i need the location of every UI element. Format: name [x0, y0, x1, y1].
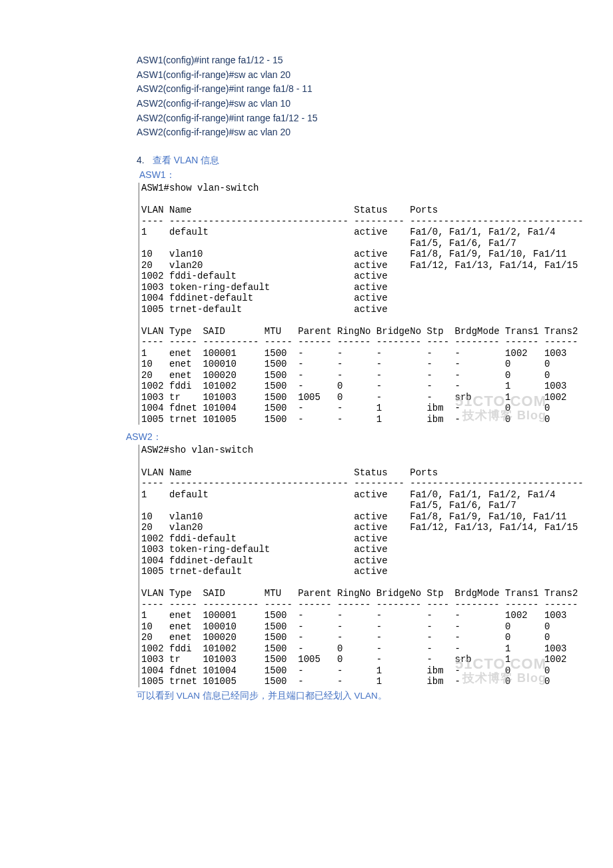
- config-line: ASW1(config-if-range)#sw ac vlan 20: [137, 68, 553, 83]
- step-vlan-word: VLAN: [174, 155, 199, 165]
- step-heading: 4. 查看 VLAN 信息: [137, 155, 553, 167]
- config-line: ASW2(config-if-range)#int range fa1/12 -…: [137, 111, 553, 126]
- config-line: ASW2(config-if-range)#sw ac vlan 10: [137, 97, 553, 111]
- step-text-pre: 查看: [153, 155, 174, 165]
- asw2-output: ASW2#sho vlan-switch VLAN Name Status Po…: [139, 445, 553, 687]
- step-number: 4.: [137, 155, 150, 165]
- step-text-post: 信息: [198, 155, 219, 165]
- config-line: ASW2(config-if-range)#sw ac vlan 20: [137, 125, 553, 140]
- asw1-output: ASW1#show vlan-switch VLAN Name Status P…: [139, 183, 553, 425]
- footer-note: 可以看到 VLAN 信息已经同步，并且端口都已经划入 VLAN。: [137, 690, 553, 702]
- config-line: ASW1(config)#int range fa1/12 - 15: [137, 53, 553, 68]
- config-line: ASW2(config-if-range)#int range fa1/8 - …: [137, 82, 553, 97]
- config-commands: ASW1(config)#int range fa1/12 - 15 ASW1(…: [137, 53, 553, 140]
- asw2-label: ASW2：: [126, 431, 553, 443]
- asw1-label: ASW1：: [139, 169, 553, 181]
